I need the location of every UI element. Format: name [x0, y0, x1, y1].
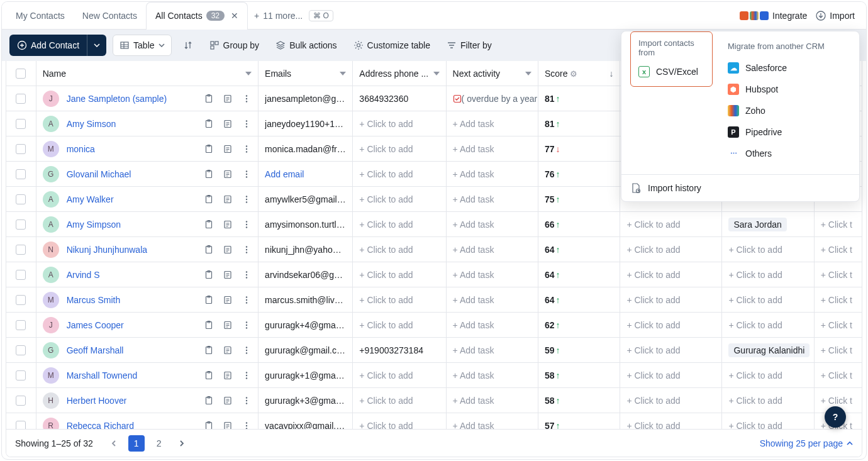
filter-button[interactable]: Filter by [442, 35, 497, 56]
more-tabs-button[interactable]: + 11 more... ⌘ O [248, 10, 340, 21]
row-checkbox[interactable] [16, 270, 26, 280]
row-checkbox[interactable] [16, 345, 26, 355]
click-to-add-phone[interactable]: Click to add [359, 396, 413, 406]
tag-pill[interactable]: Sara Jordan [728, 218, 786, 231]
kebab-icon[interactable] [242, 119, 252, 129]
click-to-add-cell[interactable]: Click to add [626, 295, 680, 305]
migrate-zoho[interactable]: Zoho [719, 100, 859, 121]
kebab-icon[interactable] [242, 245, 252, 255]
contact-name-link[interactable]: Amy Simson [67, 119, 116, 129]
kebab-icon[interactable] [242, 345, 252, 355]
next-page-button[interactable] [174, 435, 190, 452]
kebab-icon[interactable] [242, 94, 252, 104]
click-to-add-cell[interactable]: Click to add [626, 396, 680, 406]
sort-button[interactable] [178, 35, 198, 56]
click-to-add-phone[interactable]: Click to add [359, 295, 413, 305]
view-switcher[interactable]: Table [113, 35, 171, 56]
bulk-actions-button[interactable]: Bulk actions [270, 35, 342, 56]
row-checkbox[interactable] [16, 119, 26, 129]
contact-name-link[interactable]: Marshall Townend [67, 370, 138, 380]
clipboard-icon[interactable] [204, 219, 214, 230]
note-icon[interactable] [223, 345, 233, 355]
click-to-add-cell[interactable]: + Click t [821, 245, 852, 255]
note-icon[interactable] [223, 396, 233, 406]
click-to-add-cell[interactable]: + Click t [821, 295, 852, 305]
column-activity[interactable]: Next activity [447, 61, 538, 86]
click-to-add-cell[interactable]: + Click t [821, 270, 852, 280]
contact-name-link[interactable]: Amy Walker [67, 194, 114, 204]
note-icon[interactable] [223, 320, 233, 330]
row-checkbox[interactable] [16, 245, 26, 255]
kebab-icon[interactable] [242, 370, 252, 380]
migrate-pipedrive[interactable]: PPipedrive [719, 121, 859, 143]
page-1-button[interactable]: 1 [128, 435, 145, 452]
clipboard-icon[interactable] [204, 144, 214, 154]
click-to-add-cell[interactable]: Click to add [728, 370, 782, 380]
row-checkbox[interactable] [16, 396, 26, 406]
row-checkbox[interactable] [16, 295, 26, 305]
kebab-icon[interactable] [242, 144, 252, 154]
contact-name-link[interactable]: monica [67, 144, 95, 154]
import-history-button[interactable]: Import history [621, 174, 859, 201]
add-contact-dropdown[interactable] [87, 35, 106, 56]
select-all-checkbox[interactable] [16, 69, 26, 79]
integrate-button[interactable]: Integrate [740, 11, 807, 21]
clipboard-icon[interactable] [204, 270, 214, 280]
contact-name-link[interactable]: Herbert Hoover [67, 396, 127, 406]
prev-page-button[interactable] [106, 435, 122, 452]
note-icon[interactable] [223, 245, 233, 255]
row-checkbox[interactable] [16, 370, 26, 380]
note-icon[interactable] [223, 119, 233, 129]
import-button[interactable]: Import [816, 11, 855, 21]
customize-table-button[interactable]: Customize table [348, 35, 435, 56]
add-task-link[interactable]: Add task [453, 396, 494, 406]
add-task-link[interactable]: Add task [453, 345, 494, 355]
tab-new-contacts[interactable]: New Contacts [74, 2, 146, 30]
click-to-add-cell[interactable]: Click to add [728, 320, 782, 330]
clipboard-icon[interactable] [204, 370, 214, 380]
clipboard-icon[interactable] [204, 345, 214, 355]
add-contact-button[interactable]: Add Contact [9, 35, 106, 56]
tag-pill[interactable]: Gururag Kalanidhi [728, 343, 810, 357]
column-emails[interactable]: Emails [259, 61, 353, 86]
add-task-link[interactable]: Add task [453, 270, 494, 280]
add-task-link[interactable]: Add task [453, 194, 494, 204]
click-to-add-phone[interactable]: Click to add [359, 169, 413, 179]
add-task-link[interactable]: Add task [453, 169, 494, 179]
add-task-link[interactable]: Add task [453, 219, 494, 230]
click-to-add-phone[interactable]: Click to add [359, 270, 413, 280]
per-page-selector[interactable]: Showing 25 per page [760, 438, 853, 448]
kebab-icon[interactable] [242, 270, 252, 280]
kebab-icon[interactable] [242, 169, 252, 179]
contact-name-link[interactable]: Nikunj Jhunjhunwala [67, 245, 147, 255]
click-to-add-cell[interactable]: Click to add [626, 270, 680, 280]
contact-name-link[interactable]: Amy Simpson [67, 219, 121, 230]
kebab-icon[interactable] [242, 396, 252, 406]
row-checkbox[interactable] [16, 169, 26, 179]
contact-name-link[interactable]: Jane Sampleton (sample) [67, 94, 167, 104]
tab-all-contacts[interactable]: All Contacts 32 ✕ [146, 2, 248, 30]
note-icon[interactable] [223, 144, 233, 154]
click-to-add-phone[interactable]: Click to add [359, 245, 413, 255]
add-task-link[interactable]: Add task [453, 144, 494, 154]
click-to-add-cell[interactable]: Click to add [626, 245, 680, 255]
migrate-hubspot[interactable]: ⬢Hubspot [719, 79, 859, 100]
tab-my-contacts[interactable]: My Contacts [7, 2, 74, 30]
migrate-salesforce[interactable]: ☁Salesforce [719, 57, 859, 79]
note-icon[interactable] [223, 169, 233, 179]
click-to-add-cell[interactable]: + Click t [821, 345, 852, 355]
click-to-add-cell[interactable]: Click to add [728, 270, 782, 280]
clipboard-icon[interactable] [204, 245, 214, 255]
add-task-link[interactable]: Add task [453, 320, 494, 330]
add-task-link[interactable]: Add task [453, 245, 494, 255]
click-to-add-cell[interactable]: Click to add [626, 370, 680, 380]
close-icon[interactable]: ✕ [231, 11, 238, 21]
click-to-add-cell[interactable]: + Click t [821, 320, 852, 330]
column-name[interactable]: Name [36, 61, 259, 86]
contact-name-link[interactable]: Glovanil Michael [67, 169, 131, 179]
help-button[interactable]: ? [825, 406, 846, 428]
contact-name-link[interactable]: Arvind S [67, 270, 100, 280]
note-icon[interactable] [223, 295, 233, 305]
gear-icon[interactable]: ⚙ [570, 69, 577, 79]
clipboard-icon[interactable] [204, 320, 214, 330]
